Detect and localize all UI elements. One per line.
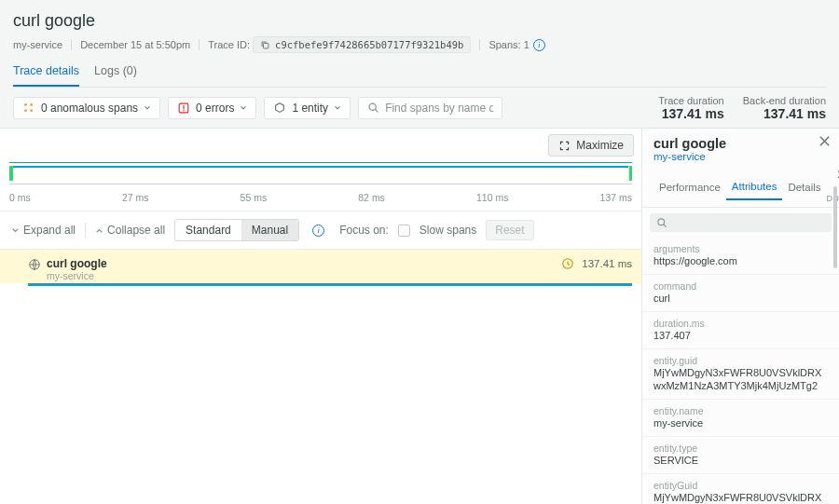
span-search[interactable]: [358, 97, 502, 119]
minimap[interactable]: [9, 162, 632, 184]
anomalous-icon: [22, 102, 35, 115]
chevron-up-icon: [95, 226, 103, 235]
attribute-row[interactable]: entity.typeSERVICE: [642, 436, 839, 473]
span-name: curl google: [47, 257, 107, 270]
tab-details[interactable]: Details: [782, 176, 826, 199]
attribute-search-input[interactable]: [673, 217, 825, 228]
attr-value: https://google.com: [653, 254, 828, 268]
search-icon: [656, 217, 667, 228]
info-icon[interactable]: i: [533, 39, 545, 51]
close-icon: [818, 134, 832, 148]
svg-point-9: [658, 219, 665, 225]
trace-duration: Trace duration 137.41 ms: [658, 95, 724, 121]
errors-label: 0 errors: [196, 102, 234, 115]
attr-value: MjYwMDgyN3xFWFR8U0VSVklDRXwxMzM1NzA3MTY3…: [653, 366, 828, 394]
tab-trace-details[interactable]: Trace details: [13, 64, 79, 87]
attr-key: entity.type: [653, 443, 828, 454]
backend-duration: Back-end duration 137.41 ms: [743, 95, 826, 121]
primary-tabs: Trace details Logs (0): [13, 64, 826, 88]
tick: 137 ms: [600, 192, 632, 203]
attribute-row[interactable]: commandcurl: [642, 274, 839, 311]
attr-key: duration.ms: [653, 318, 828, 329]
svg-point-1: [24, 103, 27, 106]
entity-icon: [273, 102, 286, 115]
spans-count: 1: [524, 39, 530, 50]
reset-button[interactable]: Reset: [486, 220, 533, 240]
attr-value: curl: [653, 292, 828, 306]
scrollbar[interactable]: [833, 186, 837, 268]
attribute-row[interactable]: entity.namemy-service: [642, 399, 839, 436]
svg-point-6: [369, 103, 376, 110]
side-service-link[interactable]: my-service: [653, 151, 828, 162]
view-mode-segment: Standard Manual: [174, 219, 299, 241]
meta-row: my-service December 15 at 5:50pm Trace I…: [13, 36, 826, 53]
info-icon[interactable]: i: [312, 225, 324, 237]
chevron-down-icon: [334, 104, 341, 112]
span-duration: 137.41 ms: [582, 258, 632, 269]
trace-id-chip[interactable]: c9cfbefe9f7428665b07177f9321b49b: [253, 36, 471, 53]
tab-logs[interactable]: Logs (0): [94, 64, 137, 87]
minimap-handle-left[interactable]: [9, 166, 13, 181]
attribute-row[interactable]: duration.ms137.407: [642, 311, 839, 348]
clock-icon: [561, 257, 574, 270]
service-name[interactable]: my-service: [13, 39, 62, 50]
attr-key: entityGuid: [653, 480, 828, 491]
mode-standard-button[interactable]: Standard: [175, 220, 241, 240]
chevron-down-icon: [144, 104, 151, 112]
span-service: my-service: [47, 270, 107, 281]
focus-on-label: Focus on:: [339, 224, 389, 237]
error-icon: [177, 102, 190, 115]
attr-key: arguments: [653, 243, 828, 254]
backend-duration-label: Back-end duration: [743, 95, 826, 106]
maximize-icon: [558, 140, 571, 152]
time-axis: 0 ms 27 ms 55 ms 82 ms 110 ms 137 ms: [0, 184, 641, 211]
copy-icon: [260, 40, 270, 50]
attribute-row[interactable]: argumentshttps://google.com: [642, 238, 839, 274]
tick: 0 ms: [9, 192, 31, 203]
svg-point-3: [24, 109, 27, 112]
tick: 27 ms: [122, 192, 149, 203]
anomalous-spans-filter[interactable]: 0 anomalous spans: [13, 97, 160, 119]
mode-manual-button[interactable]: Manual: [241, 220, 298, 240]
svg-rect-0: [264, 43, 269, 48]
tick: 82 ms: [358, 192, 385, 203]
attribute-row[interactable]: entity.guidMjYwMDgyN3xFWFR8U0VSVklDRXwxM…: [642, 348, 839, 400]
search-icon: [367, 102, 379, 114]
close-button[interactable]: [818, 134, 832, 151]
timestamp: December 15 at 5:50pm: [80, 39, 190, 50]
entity-filter[interactable]: 1 entity: [264, 97, 351, 119]
slow-spans-checkbox[interactable]: [398, 225, 410, 237]
collapse-all-button[interactable]: Collapse all: [95, 224, 165, 237]
chevron-down-icon: [11, 226, 20, 235]
trace-duration-label: Trace duration: [658, 95, 724, 106]
collapse-all-label: Collapse all: [107, 224, 165, 237]
tab-attributes[interactable]: Attributes: [726, 175, 783, 200]
maximize-button[interactable]: Maximize: [548, 134, 634, 157]
trace-id-value: c9cfbefe9f7428665b07177f9321b49b: [275, 39, 463, 50]
tab-performance[interactable]: Performance: [653, 176, 726, 199]
maximize-label: Maximize: [576, 139, 624, 152]
trace-duration-value: 137.41 ms: [658, 106, 724, 121]
entity-label: 1 entity: [292, 102, 328, 115]
svg-point-4: [30, 109, 33, 112]
tick: 55 ms: [241, 192, 268, 203]
span-search-input[interactable]: [385, 102, 493, 115]
svg-point-2: [30, 103, 33, 106]
slow-spans-label: Slow spans: [420, 224, 476, 237]
waterfall-controls: Expand all Collapse all Standard Manual …: [0, 211, 641, 250]
errors-filter[interactable]: 0 errors: [168, 97, 256, 119]
span-bar: [28, 283, 632, 286]
span-row[interactable]: curl google my-service 137.41 ms: [0, 250, 641, 283]
attr-key: command: [653, 280, 828, 292]
attribute-row[interactable]: entityGuidMjYwMDgyN3xFWFR8U0VSVklDRXwxMz…: [642, 473, 839, 504]
attribute-search[interactable]: [650, 213, 832, 232]
toolbar: 0 anomalous spans 0 errors 1 entity Trac…: [0, 88, 839, 129]
expand-all-button[interactable]: Expand all: [11, 224, 76, 237]
expand-all-label: Expand all: [23, 224, 76, 237]
minimap-handle-right[interactable]: [628, 166, 632, 181]
attributes-list: argumentshttps://google.com commandcurl …: [642, 238, 839, 504]
attr-value: my-service: [653, 416, 828, 430]
tick: 110 ms: [476, 192, 508, 203]
trace-id-label: Trace ID:: [208, 39, 250, 50]
backend-duration-value: 137.41 ms: [743, 106, 826, 121]
